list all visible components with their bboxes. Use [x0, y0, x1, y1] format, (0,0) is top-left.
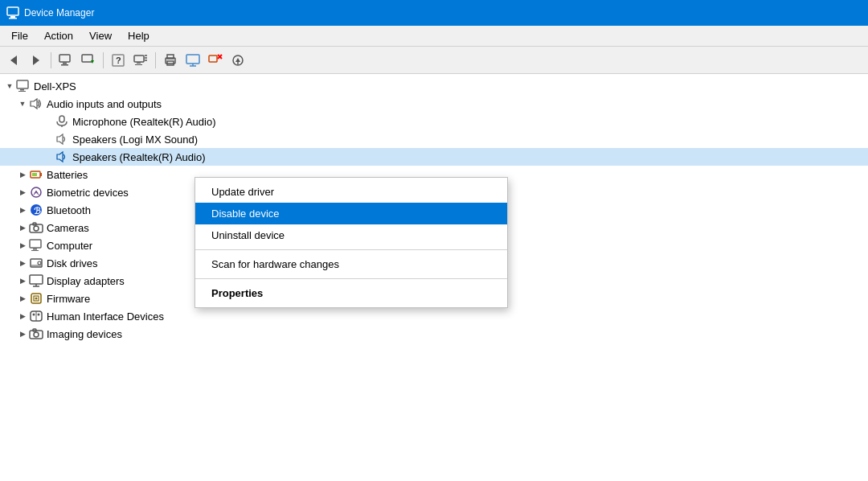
- expand-biometric[interactable]: ▶: [16, 186, 29, 199]
- svg-rect-14: [135, 64, 142, 65]
- firmware-icon: [29, 291, 43, 306]
- expand-computer[interactable]: ▶: [16, 239, 29, 252]
- expand-imaging[interactable]: ▶: [16, 327, 29, 340]
- biometric-label: Biometric devices: [47, 187, 129, 199]
- computer-node-icon: [29, 238, 43, 253]
- dell-xps-label: Dell-XPS: [34, 80, 76, 92]
- toolbar-sep-1: [51, 52, 51, 68]
- ctx-sep-2: [195, 278, 507, 279]
- disk-icon: [29, 256, 43, 270]
- toolbar-sep-3: [155, 52, 156, 68]
- tree-item-imaging[interactable]: ▶ Imaging devices: [0, 325, 868, 343]
- ctx-sep-1: [195, 249, 507, 250]
- computer-list-button[interactable]: [130, 50, 151, 71]
- expand-disk[interactable]: ▶: [16, 257, 29, 269]
- ctx-scan-changes[interactable]: Scan for hardware changes: [195, 253, 507, 275]
- microphone-label: Microphone (Realtek(R) Audio): [72, 116, 215, 128]
- svg-point-62: [33, 314, 35, 316]
- computer-list-icon: [133, 54, 148, 67]
- tree-item-dell-xps[interactable]: ▼ Dell-XPS: [0, 77, 868, 95]
- speakers-realtek-label: Speakers (Realtek(R) Audio): [72, 151, 205, 163]
- svg-point-52: [38, 261, 41, 265]
- hid-icon: [29, 309, 43, 323]
- svg-rect-40: [32, 173, 37, 176]
- monitor-button[interactable]: [182, 50, 203, 71]
- svg-rect-2: [9, 18, 17, 19]
- expand-cameras[interactable]: ▶: [16, 221, 29, 234]
- main-content: ▼ Dell-XPS ▼ Audio inputs and output: [0, 74, 868, 481]
- expand-audio[interactable]: ▼: [16, 97, 29, 110]
- firmware-label: Firmware: [47, 293, 90, 305]
- svg-point-65: [34, 332, 39, 337]
- tree-item-microphone[interactable]: ▶ Microphone (Realtek(R) Audio): [0, 113, 868, 130]
- tree-item-speakers-realtek[interactable]: ▶ Speakers (Realtek(R) Audio): [0, 148, 868, 166]
- svg-rect-6: [63, 63, 67, 64]
- tree-item-audio[interactable]: ▼ Audio inputs and outputs: [0, 95, 868, 113]
- help-icon: ?: [112, 54, 125, 67]
- app-icon: [6, 6, 19, 19]
- back-button[interactable]: [3, 50, 24, 71]
- ctx-properties[interactable]: Properties: [195, 282, 507, 304]
- expand-batteries[interactable]: ▶: [16, 168, 29, 181]
- ctx-uninstall-device[interactable]: Uninstall device: [195, 224, 507, 246]
- svg-rect-7: [61, 64, 68, 66]
- expand-bluetooth[interactable]: ▶: [16, 204, 29, 216]
- expand-display[interactable]: ▶: [16, 274, 29, 287]
- toolbar-sep-2: [103, 52, 104, 68]
- help-button[interactable]: ?: [108, 50, 129, 71]
- tree-item-speakers-logi[interactable]: ▶ Speakers (Logi MX Sound): [0, 130, 868, 148]
- remove-device-button[interactable]: [205, 50, 226, 71]
- audio-label: Audio inputs and outputs: [47, 98, 162, 110]
- svg-rect-49: [33, 249, 37, 250]
- menu-view[interactable]: View: [81, 26, 120, 46]
- properties-icon: [59, 54, 73, 67]
- svg-rect-19: [167, 55, 174, 59]
- svg-rect-32: [18, 91, 26, 92]
- computer-label: Computer: [47, 240, 92, 252]
- computer-icon: [16, 79, 31, 93]
- svg-rect-24: [209, 56, 217, 62]
- imaging-label: Imaging devices: [47, 328, 122, 340]
- svg-point-46: [34, 226, 39, 231]
- expand-hid[interactable]: ▶: [16, 310, 29, 323]
- svg-rect-50: [31, 250, 39, 251]
- microphone-icon: [55, 114, 69, 129]
- expand-dell-xps[interactable]: ▼: [3, 80, 16, 92]
- expand-firmware[interactable]: ▶: [16, 292, 29, 305]
- menu-file[interactable]: File: [3, 26, 36, 46]
- svg-rect-54: [30, 275, 43, 284]
- speakers-realtek-icon: [55, 150, 69, 164]
- install-button[interactable]: [227, 50, 248, 71]
- batteries-label: Batteries: [47, 169, 88, 181]
- menu-action[interactable]: Action: [36, 26, 81, 46]
- print-icon: [164, 54, 177, 67]
- install-icon: [231, 54, 244, 67]
- tree-item-hid[interactable]: ▶ Human Interface Devices: [0, 307, 868, 325]
- svg-marker-4: [33, 56, 39, 65]
- ctx-disable-device[interactable]: Disable device: [195, 203, 507, 224]
- svg-marker-36: [57, 134, 63, 144]
- biometric-icon: [29, 185, 43, 199]
- forward-button[interactable]: [26, 50, 47, 71]
- svg-rect-8: [82, 55, 92, 62]
- batteries-icon: [29, 167, 43, 182]
- update-driver-toolbar-button[interactable]: [78, 50, 99, 71]
- cameras-icon: [29, 220, 43, 235]
- title-bar-text: Device Manager: [24, 7, 94, 18]
- svg-point-59: [35, 298, 38, 300]
- svg-marker-33: [31, 99, 37, 109]
- ctx-update-driver[interactable]: Update driver: [195, 181, 507, 203]
- svg-text:ℬ: ℬ: [34, 206, 41, 216]
- print-button[interactable]: [160, 50, 181, 71]
- svg-rect-1: [10, 16, 15, 18]
- menu-help[interactable]: Help: [120, 26, 158, 46]
- display-adapter-icon: [29, 273, 43, 288]
- back-icon: [7, 54, 20, 67]
- disk-drives-label: Disk drives: [47, 257, 98, 269]
- svg-point-63: [38, 314, 40, 316]
- bluetooth-label: Bluetooth: [47, 204, 91, 216]
- speakers-logi-icon: [55, 132, 69, 146]
- menu-bar: File Action View Help: [0, 26, 868, 47]
- svg-rect-48: [30, 240, 41, 248]
- properties-button[interactable]: [55, 50, 76, 71]
